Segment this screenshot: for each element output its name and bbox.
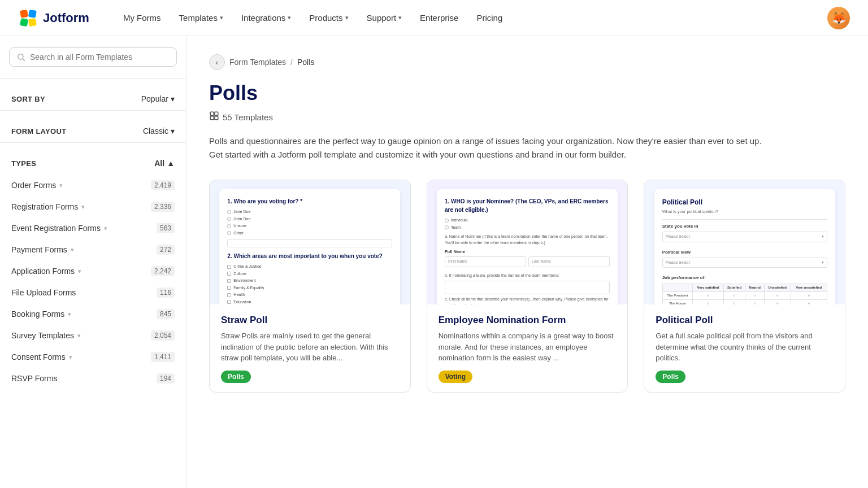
page-title: Polls [209,81,845,105]
sort-row[interactable]: SORT BY Popular ▾ [0,88,186,110]
layout-row[interactable]: FORM LAYOUT Classic ▾ [0,120,186,142]
card-tag-straw-poll[interactable]: Polls [221,371,251,383]
survey-templates-chevron: ▾ [77,332,81,339]
card-title-straw-poll: Straw Poll [221,315,399,326]
nav-integrations-chevron: ▾ [288,14,291,21]
card-title-employee-nomination: Employee Nomination Form [439,315,617,326]
main-content: ‹ Form Templates / Polls Polls 55 Templa… [186,36,868,488]
breadcrumb-separator: / [290,58,293,67]
card-body-political-poll: Political Poll Get a full scale politica… [644,304,845,392]
card-body-employee-nomination: Employee Nomination Form Nominations wit… [427,304,628,392]
page-layout: SORT BY Popular ▾ FORM LAYOUT Classic ▾ … [0,36,868,488]
template-card-political-poll[interactable]: Political Poll What is your political op… [644,180,845,393]
card-tag-employee-nomination[interactable]: Voting [439,371,472,383]
avatar-image: 🦊 [827,7,850,29]
logo[interactable]: Jotform [18,8,89,28]
svg-point-4 [18,54,23,59]
svg-rect-6 [210,112,214,115]
card-desc-political-poll: Get a full scale political poll from the… [656,330,834,364]
template-card-employee-nomination[interactable]: 1. WHO is your Nominee? (The CEO, VPs, a… [427,180,628,393]
user-avatar[interactable]: 🦊 [827,7,850,29]
page-description: Polls and questionnaires are the perfect… [209,134,774,162]
sidebar-item-booking-forms[interactable]: Booking Forms ▾ 845 [0,303,186,325]
sidebar: SORT BY Popular ▾ FORM LAYOUT Classic ▾ … [0,36,186,488]
search-icon [16,53,25,62]
nav-products-chevron: ▾ [345,14,349,21]
nav-integrations[interactable]: Integrations ▾ [235,8,298,27]
nav-enterprise[interactable]: Enterprise [413,8,465,27]
types-all[interactable]: All ▲ [154,159,175,168]
template-count-text: 55 Templates [223,112,273,122]
registration-forms-chevron: ▾ [81,203,85,211]
svg-rect-1 [28,9,37,18]
nav-links: My Forms Templates ▾ Integrations ▾ Prod… [116,8,827,27]
nav-support[interactable]: Support ▾ [360,8,409,27]
types-label: TYPES [11,159,36,168]
sidebar-divider-1 [0,78,186,79]
search-box[interactable] [9,47,177,67]
layout-value[interactable]: Classic ▾ [143,127,175,136]
card-preview-content-3: Political Poll What is your political op… [654,189,835,304]
nav-pricing[interactable]: Pricing [470,8,509,27]
card-preview-straw-poll: 1. Who are you voting for? * Jane Doe Jo… [210,180,410,304]
consent-forms-chevron: ▾ [69,354,72,361]
sidebar-item-consent-forms[interactable]: Consent Forms ▾ 1,411 [0,346,186,368]
card-tag-political-poll[interactable]: Polls [656,371,685,383]
card-preview-content-2: 1. WHO is your Nominee? (The CEO, VPs, a… [437,189,618,304]
cards-grid: 1. Who are you voting for? * Jane Doe Jo… [209,180,845,393]
logo-icon [18,8,38,28]
navbar: Jotform My Forms Templates ▾ Integration… [0,0,868,36]
sidebar-item-event-registration-forms[interactable]: Event Registration Forms ▾ 563 [0,217,186,239]
logo-text: Jotform [43,11,89,25]
nav-support-chevron: ▾ [398,14,402,21]
nav-products[interactable]: Products ▾ [302,8,355,27]
sidebar-item-registration-forms[interactable]: Registration Forms ▾ 2,336 [0,196,186,217]
card-body-straw-poll: Straw Poll Straw Polls are mainly used t… [210,304,410,392]
breadcrumb-parent[interactable]: Form Templates [229,58,286,67]
card-title-political-poll: Political Poll [656,315,834,326]
card-desc-employee-nomination: Nominations within a company is a great … [439,330,617,364]
breadcrumb-current: Polls [297,58,314,67]
search-input[interactable] [30,53,170,62]
layout-label: FORM LAYOUT [11,127,66,136]
svg-line-5 [23,59,25,61]
order-forms-chevron: ▾ [59,182,63,189]
layout-chevron: ▾ [171,127,175,136]
svg-rect-0 [20,9,28,18]
svg-rect-8 [210,116,214,120]
sidebar-item-survey-templates[interactable]: Survey Templates ▾ 2,054 [0,325,186,346]
svg-rect-2 [20,18,28,27]
sidebar-item-order-forms[interactable]: Order Forms ▾ 2,419 [0,175,186,196]
nav-my-forms[interactable]: My Forms [116,8,168,27]
payment-forms-chevron: ▾ [71,246,74,254]
nav-templates[interactable]: Templates ▾ [172,8,230,27]
nav-right: 🦊 [827,7,850,29]
sidebar-item-application-forms[interactable]: Application Forms ▾ 2,242 [0,260,186,282]
sidebar-divider-3 [0,142,186,143]
card-preview-employee-nomination: 1. WHO is your Nominee? (The CEO, VPs, a… [427,180,628,304]
sort-chevron: ▾ [171,94,175,103]
types-header[interactable]: TYPES All ▲ [0,152,186,175]
card-preview-political-poll: Political Poll What is your political op… [644,180,845,304]
application-forms-chevron: ▾ [78,268,81,275]
types-chevron: ▲ [167,159,175,168]
template-count: 55 Templates [209,111,845,123]
sidebar-divider-2 [0,110,186,111]
sidebar-item-file-upload-forms[interactable]: File Upload Forms 116 [0,282,186,303]
card-desc-straw-poll: Straw Polls are mainly used to get the g… [221,330,399,364]
card-preview-content: 1. Who are you voting for? * Jane Doe Jo… [219,189,400,304]
breadcrumb-back-button[interactable]: ‹ [209,54,225,70]
event-registration-chevron: ▾ [104,225,107,232]
breadcrumb: ‹ Form Templates / Polls [209,54,845,70]
booking-forms-chevron: ▾ [68,311,71,318]
sort-label: SORT BY [11,95,45,103]
sort-value[interactable]: Popular ▾ [141,94,175,103]
nav-templates-chevron: ▾ [220,14,223,21]
svg-rect-9 [215,116,218,120]
sidebar-item-payment-forms[interactable]: Payment Forms ▾ 272 [0,239,186,260]
template-card-straw-poll[interactable]: 1. Who are you voting for? * Jane Doe Jo… [209,180,411,393]
template-count-icon [209,111,219,123]
svg-rect-3 [28,18,37,27]
sidebar-item-rsvp-forms[interactable]: RSVP Forms 194 [0,368,186,389]
svg-rect-7 [215,112,218,115]
